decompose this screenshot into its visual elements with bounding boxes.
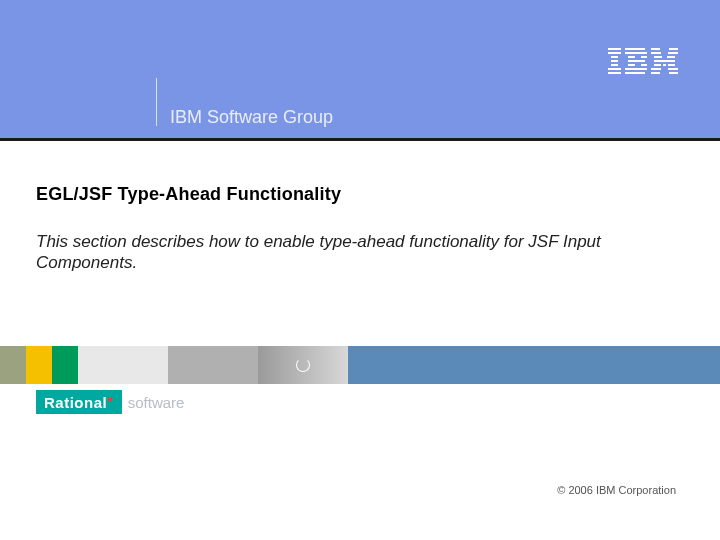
svg-rect-2 (611, 56, 618, 58)
slide-title: EGL/JSF Type-Ahead Functionality (36, 184, 676, 205)
svg-rect-6 (608, 72, 621, 74)
svg-rect-23 (654, 64, 661, 66)
stripe-segment (258, 346, 348, 384)
svg-rect-26 (651, 68, 661, 70)
decorative-stripe (0, 346, 720, 384)
svg-rect-13 (641, 64, 647, 66)
registered-mark-icon: ● (107, 393, 114, 404)
svg-rect-3 (611, 60, 618, 62)
stripe-segment (348, 346, 720, 384)
slide-header: IBM Software Group (0, 0, 720, 138)
copyright-text: © 2006 IBM Corporation (557, 484, 676, 496)
svg-rect-27 (668, 68, 678, 70)
rational-label: Rational● (36, 390, 122, 414)
rational-text: Rational (44, 394, 107, 411)
svg-rect-7 (625, 48, 645, 50)
svg-rect-25 (668, 64, 675, 66)
header-rule (0, 138, 720, 141)
svg-rect-0 (608, 48, 621, 50)
svg-rect-17 (669, 48, 678, 50)
svg-rect-28 (651, 72, 660, 74)
stripe-segment (26, 346, 52, 384)
stripe-segment (0, 346, 26, 384)
slide-description: This section describes how to enable typ… (36, 231, 676, 274)
group-label: IBM Software Group (170, 107, 333, 128)
svg-rect-1 (608, 52, 621, 54)
svg-rect-24 (663, 64, 666, 66)
swirl-icon (296, 358, 310, 372)
svg-rect-16 (651, 48, 660, 50)
svg-rect-9 (628, 56, 635, 58)
ibm-logo-icon (608, 48, 678, 76)
software-label: software (128, 394, 185, 411)
rational-software-badge: Rational● software (36, 390, 184, 414)
svg-rect-20 (654, 56, 662, 58)
svg-rect-8 (625, 52, 647, 54)
content-area: EGL/JSF Type-Ahead Functionality This se… (36, 184, 676, 274)
svg-rect-4 (611, 64, 618, 66)
header-divider (156, 78, 157, 126)
svg-rect-18 (651, 52, 661, 54)
svg-rect-11 (628, 60, 645, 62)
svg-rect-21 (667, 56, 675, 58)
svg-rect-5 (608, 68, 621, 70)
svg-rect-10 (641, 56, 647, 58)
svg-rect-15 (625, 72, 645, 74)
stripe-segment (78, 346, 168, 384)
svg-rect-14 (625, 68, 647, 70)
stripe-segment (52, 346, 78, 384)
svg-rect-19 (668, 52, 678, 54)
svg-rect-12 (628, 64, 635, 66)
stripe-segment (168, 346, 258, 384)
svg-rect-22 (654, 60, 675, 62)
svg-rect-29 (669, 72, 678, 74)
